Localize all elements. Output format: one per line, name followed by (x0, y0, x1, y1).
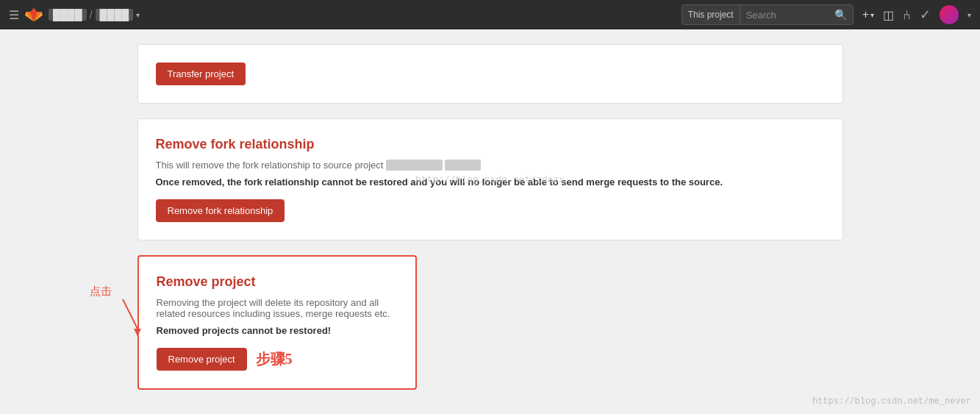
remove-project-card: Remove project Removing the project will… (137, 255, 417, 390)
search-scope-label: This project (682, 5, 740, 24)
click-annotation-label: 点击 (90, 285, 112, 299)
search-icon[interactable]: 🔍 (829, 9, 853, 21)
check-icon[interactable]: ✓ (920, 7, 931, 23)
arrow-annotation-icon (108, 299, 152, 336)
plus-icon[interactable]: +▾ (862, 8, 874, 21)
breadcrumb-separator: / (90, 9, 93, 21)
fork-card-inner: Remove fork relationship This will remov… (156, 137, 825, 222)
hamburger-icon[interactable]: ☰ (9, 8, 19, 22)
transfer-project-card: Transfer project (137, 44, 843, 104)
blurred-source-2: ████ (445, 160, 481, 171)
search-box[interactable]: This project 🔍 (682, 4, 854, 25)
breadcrumb: ████ / ████ ▾ (49, 9, 140, 21)
step-annotation-label: 步骤5 (256, 349, 293, 369)
remove-project-warning: Removed projects cannot be restored! (157, 325, 398, 336)
navbar-right: This project 🔍 +▾ ◫ ⑃ ✓ ▾ (682, 4, 971, 25)
avatar[interactable] (940, 5, 959, 24)
main-content: Transfer project Remove fork relationshi… (0, 29, 980, 414)
svg-marker-1 (134, 329, 141, 336)
remove-project-title: Remove project (157, 274, 398, 290)
avatar-chevron-icon[interactable]: ▾ (968, 11, 971, 19)
remove-project-outer: 点击 Remove project Removing the project w… (137, 255, 843, 404)
remove-project-button[interactable]: Remove project (157, 348, 247, 371)
breadcrumb-user[interactable]: ████ (49, 9, 87, 21)
breadcrumb-repo[interactable]: ████ (96, 9, 134, 21)
fork-section-title: Remove fork relationship (156, 137, 825, 152)
remove-fork-button[interactable]: Remove fork relationship (156, 199, 285, 222)
svg-line-0 (123, 299, 137, 329)
search-input[interactable] (740, 10, 829, 21)
panel-icon[interactable]: ◫ (883, 8, 894, 22)
breadcrumb-chevron-icon[interactable]: ▾ (136, 11, 140, 19)
gitlab-logo[interactable] (25, 6, 43, 24)
navbar: ☰ ████ / ████ ▾ This project 🔍 +▾ ◫ ⑃ ✓ (0, 0, 980, 29)
remove-project-desc: Removing the project will delete its rep… (157, 297, 398, 319)
merge-icon[interactable]: ⑃ (903, 7, 911, 23)
transfer-project-button[interactable]: Transfer project (156, 63, 246, 85)
footer-watermark: https://blog.csdn.net/me_never (812, 396, 971, 407)
blurred-source-1: ███████ (386, 160, 442, 171)
fork-section-desc: This will remove the fork relationship t… (156, 160, 825, 171)
fork-warning-text: Once removed, the fork relationship cann… (156, 176, 825, 188)
remove-project-btn-row: Remove project 步骤5 (157, 348, 398, 371)
remove-fork-card: Remove fork relationship This will remov… (137, 118, 843, 240)
navbar-left: ☰ ████ / ████ ▾ (9, 6, 140, 24)
page-wrapper: Transfer project Remove fork relationshi… (123, 44, 858, 404)
